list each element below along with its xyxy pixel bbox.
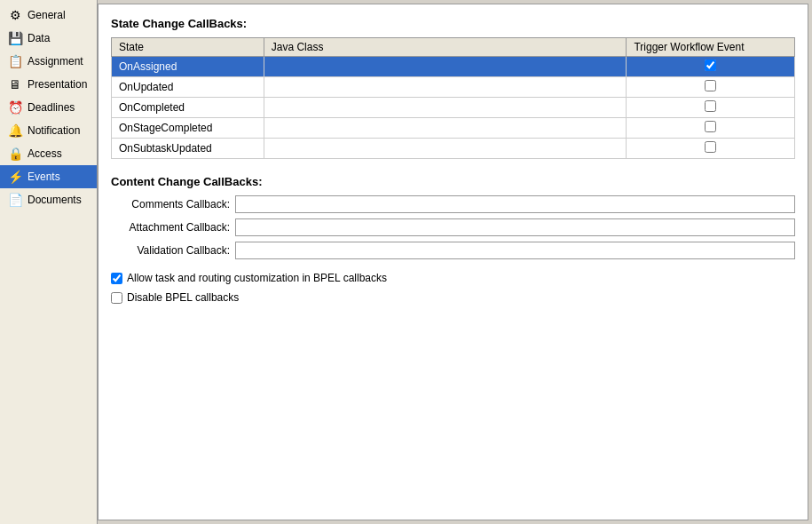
trigger-checkbox-2[interactable] [705,100,716,112]
main-content: State Change CallBacks: State Java Class… [98,4,808,520]
trigger-checkbox-1[interactable] [705,80,716,91]
java-class-cell[interactable] [264,98,627,118]
callback-input-validation[interactable] [235,242,795,259]
sidebar-item-label-documents: Documents [28,194,82,206]
callback-label-comments: Comments Callback: [111,198,235,210]
sidebar-item-documents[interactable]: 📄Documents [0,188,97,211]
option-row-disable_bpel: Disable BPEL callbacks [111,291,795,304]
sidebar-item-label-data: Data [28,32,50,44]
options-section: Allow task and routing customization in … [111,272,795,304]
sidebar-item-label-presentation: Presentation [28,78,87,91]
sidebar-item-label-events: Events [28,171,60,183]
table-row[interactable]: OnStageCompleted [112,118,795,139]
option-row-allow_bpel: Allow task and routing customization in … [111,272,795,284]
callback-row-attachment: Attachment Callback: [111,218,795,236]
callback-label-attachment: Attachment Callback: [111,221,235,234]
notification-icon: 🔔 [7,123,23,139]
table-row[interactable]: OnCompleted [112,98,795,118]
documents-icon: 📄 [7,192,23,208]
trigger-cell [627,139,795,159]
callback-input-attachment[interactable] [235,218,795,236]
state-cell: OnCompleted [112,98,264,118]
java-class-cell[interactable] [264,57,627,77]
java-class-cell[interactable] [264,77,627,98]
events-icon: ⚡ [7,169,23,185]
deadlines-icon: ⏰ [7,99,23,115]
trigger-checkbox-4[interactable] [705,141,716,153]
sidebar-item-data[interactable]: 💾Data [0,27,97,50]
sidebar-item-label-notification: Notification [28,124,80,137]
callback-label-validation: Validation Callback: [111,244,235,257]
state-cell: OnStageCompleted [112,118,264,139]
sidebar-item-notification[interactable]: 🔔Notification [0,119,97,142]
option-label-disable_bpel: Disable BPEL callbacks [127,291,239,304]
table-row[interactable]: OnAssigned [112,57,795,77]
java-class-cell[interactable] [264,118,627,139]
sidebar-item-label-general: General [28,9,66,21]
state-change-table: State Java Class Trigger Workflow Event … [111,37,795,159]
content-change-title: Content Change CallBacks: [111,175,795,188]
sidebar-item-label-assignment: Assignment [28,55,83,67]
table-header-row: State Java Class Trigger Workflow Event [112,38,795,57]
trigger-cell [627,77,795,98]
general-icon: ⚙ [7,7,23,23]
trigger-cell [627,98,795,118]
table-row[interactable]: OnSubtaskUpdated [112,139,795,159]
col-trigger: Trigger Workflow Event [627,38,795,57]
presentation-icon: 🖥 [7,76,23,92]
state-change-title: State Change CallBacks: [111,17,795,30]
col-java: Java Class [264,38,627,57]
col-state: State [112,38,264,57]
access-icon: 🔒 [7,146,23,162]
trigger-cell [627,57,795,77]
sidebar: ⚙General💾Data📋Assignment🖥Presentation⏰De… [0,0,98,524]
sidebar-item-label-deadlines: Deadlines [28,101,75,114]
sidebar-item-events[interactable]: ⚡Events [0,165,97,188]
option-checkbox-disable_bpel[interactable] [111,292,122,304]
option-checkbox-allow_bpel[interactable] [111,273,122,284]
trigger-checkbox-0[interactable] [705,60,716,71]
trigger-checkbox-3[interactable] [705,121,716,132]
java-class-cell[interactable] [264,139,627,159]
option-label-allow_bpel: Allow task and routing customization in … [127,272,387,284]
sidebar-item-deadlines[interactable]: ⏰Deadlines [0,96,97,119]
sidebar-item-access[interactable]: 🔒Access [0,142,97,165]
callback-input-comments[interactable] [235,195,795,213]
callback-row-validation: Validation Callback: [111,242,795,259]
trigger-cell [627,118,795,139]
state-cell: OnAssigned [112,57,264,77]
sidebar-item-label-access: Access [28,147,62,160]
sidebar-item-assignment[interactable]: 📋Assignment [0,50,97,73]
state-cell: OnSubtaskUpdated [112,139,264,159]
data-icon: 💾 [7,30,23,46]
assignment-icon: 📋 [7,53,23,69]
content-change-section: Content Change CallBacks: Comments Callb… [111,175,795,259]
callback-row-comments: Comments Callback: [111,195,795,213]
sidebar-item-presentation[interactable]: 🖥Presentation [0,73,97,96]
table-row[interactable]: OnUpdated [112,77,795,98]
sidebar-item-general[interactable]: ⚙General [0,4,97,27]
state-cell: OnUpdated [112,77,264,98]
